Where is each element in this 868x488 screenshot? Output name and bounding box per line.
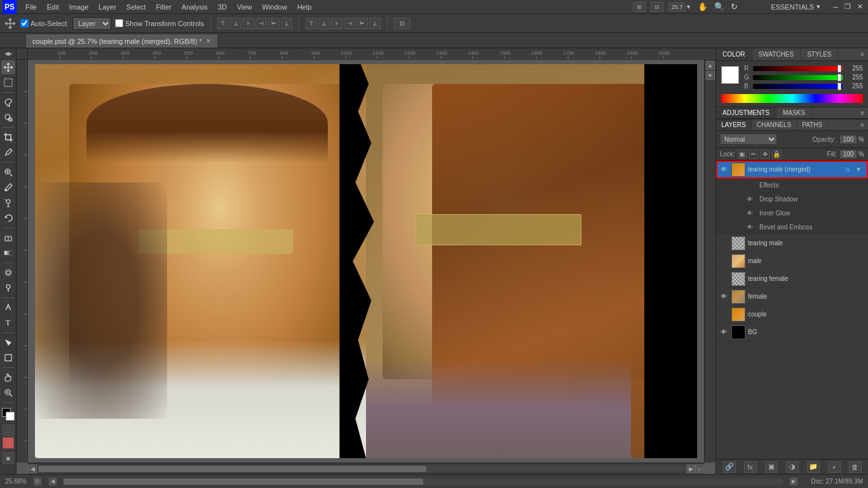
add-layer-style-btn[interactable]: fx [744, 461, 757, 473]
adjustments-panel-menu-btn[interactable]: ≡ [857, 107, 868, 118]
align-bottom-icon[interactable]: ⊦ [243, 18, 254, 29]
scroll-left-btn[interactable]: ◀ [48, 477, 57, 486]
tab-channels[interactable]: CHANNELS [752, 119, 797, 130]
dist-2-icon[interactable]: ⊥ [318, 18, 330, 29]
lock-image-btn[interactable]: ✏ [749, 150, 758, 159]
effect-eye-bevel-emboss[interactable]: 👁 [747, 224, 757, 231]
vscroll-up-btn[interactable]: ▲ [706, 61, 715, 70]
lasso-btn[interactable] [1, 95, 15, 109]
effect-eye-drop-shadow[interactable]: 👁 [747, 196, 757, 203]
tab-color[interactable]: COLOR [716, 48, 752, 60]
spot-healing-btn[interactable] [1, 165, 15, 179]
color-spectrum[interactable] [721, 94, 863, 103]
hand-btn[interactable] [1, 370, 15, 384]
menu-help[interactable]: Help [292, 2, 317, 12]
layer-row-female[interactable]: 👁 female [716, 288, 868, 306]
layer-eye-tearing-male[interactable]: 👁 [719, 238, 729, 248]
menu-file[interactable]: File [20, 2, 42, 12]
show-transform-checkbox[interactable] [115, 19, 123, 27]
layer-eye-couple[interactable]: 👁 [719, 309, 729, 320]
clone-stamp-btn[interactable] [1, 196, 15, 210]
standard-mode-btn[interactable]: ⬚ [3, 424, 14, 436]
navigator-btn[interactable]: ⊡ [33, 477, 42, 486]
hscroll-thumb[interactable] [38, 466, 426, 472]
quick-select-btn[interactable] [1, 111, 15, 125]
delete-layer-btn[interactable]: 🗑 [849, 461, 862, 473]
eyedropper-btn[interactable] [1, 146, 15, 159]
new-layer-btn[interactable]: + [828, 461, 841, 473]
red-slider-thumb[interactable] [837, 65, 841, 72]
quick-mask-btn[interactable]: ⬚ [3, 437, 14, 449]
layer-expand-btn-tearing-male-merged[interactable]: ▼ [855, 166, 865, 173]
menu-view[interactable]: View [232, 2, 257, 12]
hscroll-nav-btn[interactable]: ▷ [695, 464, 704, 473]
tab-adjustments[interactable]: ADJUSTMENTS [716, 107, 776, 118]
new-group-btn[interactable]: 📁 [807, 461, 820, 473]
layer-fx-tearing-male-merged[interactable]: fx [843, 165, 853, 175]
status-hscroll[interactable] [64, 478, 783, 485]
dodge-btn[interactable] [1, 281, 15, 295]
canvas-hscroll[interactable]: ◀ ▶ ▷ [28, 463, 704, 474]
document-tab[interactable]: couple.psd @ 25.7% (tearing male (merged… [25, 34, 218, 48]
green-slider-thumb[interactable] [837, 74, 841, 81]
align-right-icon[interactable]: ⊥ [281, 18, 292, 29]
layer-select-dropdown[interactable]: Layer Group [72, 17, 111, 30]
link-layers-btn[interactable]: 🔗 [723, 461, 736, 473]
restore-btn[interactable]: ❐ [842, 3, 853, 11]
blue-slider[interactable] [753, 84, 843, 89]
minimize-btn[interactable]: ─ [831, 3, 841, 11]
blend-mode-select[interactable]: Normal Multiply Screen Overlay [720, 133, 777, 145]
text-btn[interactable]: T [1, 316, 15, 330]
blue-slider-thumb[interactable] [837, 83, 841, 90]
red-slider[interactable] [753, 66, 843, 71]
rotate-tool-icon[interactable]: ↻ [728, 1, 740, 12]
layer-row-couple[interactable]: 👁 couple [716, 306, 868, 323]
effect-drop-shadow[interactable]: 👁 Drop Shadow [744, 193, 868, 207]
dist-1-icon[interactable]: ⊤ [306, 18, 317, 29]
close-btn[interactable]: ✕ [855, 3, 865, 11]
layer-row-male[interactable]: 👁 male [716, 252, 868, 270]
new-fill-adj-btn[interactable]: ◑ [786, 461, 799, 473]
layer-row-bg[interactable]: 👁 BG [716, 323, 868, 341]
align-top-icon[interactable]: ⊤ [217, 18, 229, 29]
color-swatches[interactable] [2, 408, 15, 421]
lock-all-btn[interactable]: 🔒 [772, 150, 781, 159]
dist-5-icon[interactable]: ⊢ [356, 18, 368, 29]
canvas-vscroll[interactable]: ▲ ▼ [704, 60, 715, 463]
dist-3-icon[interactable]: ⊦ [331, 18, 342, 29]
menu-3d[interactable]: 3D [213, 2, 232, 12]
vscroll-down-btn[interactable]: ▼ [706, 71, 715, 80]
auto-select-checkbox[interactable] [20, 19, 29, 27]
opacity-input[interactable] [839, 135, 857, 144]
hscroll-right-btn[interactable]: ▶ [686, 464, 695, 473]
gradient-btn[interactable] [1, 246, 15, 260]
menu-edit[interactable]: Edit [42, 2, 64, 12]
menu-select[interactable]: Select [121, 2, 151, 12]
tab-paths[interactable]: PATHS [797, 119, 828, 130]
layer-eye-tearing-female[interactable]: 👁 [719, 274, 729, 284]
align-vcenter-icon[interactable]: ⊥ [230, 18, 241, 29]
hscroll-left-btn[interactable]: ◀ [28, 464, 37, 473]
layer-row-tearing-female[interactable]: 👁 tearing female [716, 270, 868, 288]
lock-position-btn[interactable]: ✥ [761, 150, 770, 159]
add-mask-btn[interactable]: ▣ [765, 461, 778, 473]
essentials-arrow[interactable]: ▾ [817, 3, 820, 11]
zoom-tool-btn[interactable] [1, 386, 15, 400]
layer-eye-male[interactable]: 👁 [719, 256, 729, 266]
pen-btn[interactable] [1, 301, 15, 315]
scroll-right-btn[interactable]: ▶ [789, 477, 798, 486]
screen-mode-icon[interactable]: ⊟ [651, 2, 663, 12]
align-hcenter-icon[interactable]: ⊢ [268, 18, 280, 29]
menu-filter[interactable]: Filter [151, 2, 176, 12]
layer-row-tearing-male[interactable]: 👁 tearing male [716, 234, 868, 252]
auto-align-icon[interactable]: ⊡ [394, 18, 410, 29]
layer-row-tearing-male-merged[interactable]: 👁 tearing male (merged) fx ▼ [716, 161, 868, 179]
effect-inner-glow[interactable]: 👁 Inner Glow [744, 207, 868, 220]
screen-mode-btn[interactable]: ▣ [3, 452, 14, 464]
shape-btn[interactable] [1, 351, 15, 365]
doc-tab-close-btn[interactable]: ✕ [206, 37, 211, 44]
menu-window[interactable]: Window [257, 2, 292, 12]
layer-eye-bg[interactable]: 👁 [719, 327, 729, 337]
brush-btn[interactable] [1, 180, 15, 194]
menu-analysis[interactable]: Analysis [177, 2, 213, 12]
